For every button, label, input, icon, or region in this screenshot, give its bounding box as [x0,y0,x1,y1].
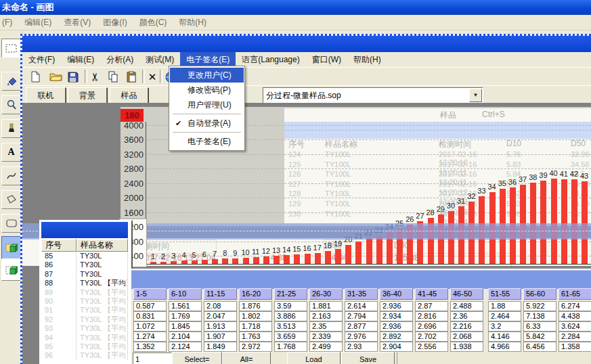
panel-cell[interactable]: 1.938 [450,342,483,352]
delete-button[interactable]: ✕ [145,70,160,84]
panel-cell[interactable]: 6.33 [523,321,556,332]
all-button[interactable]: All= [222,352,271,364]
panel-column-header[interactable]: 41-45 [415,288,448,300]
paint-menu-file[interactable]: (F) [0,18,18,27]
new-doc-button[interactable] [28,70,43,84]
paint-menu-image[interactable]: 图像(I) [97,17,133,28]
panel-cell[interactable]: 3.886 [274,311,307,321]
sample-row[interactable]: 88 TY30L 【平均】 [41,279,128,288]
panel-cell[interactable]: 2.904 [380,342,413,352]
panel-cell[interactable]: 1.802 [239,311,272,321]
sample-button[interactable]: 样品 [110,87,148,104]
panel-cell[interactable]: 2.124 [169,342,202,352]
app-menu-edit[interactable]: 编辑(E) [61,52,100,68]
paste-button[interactable] [124,70,139,84]
panel-cell[interactable]: 2.976 [345,332,378,342]
app-menu-help[interactable]: 帮助(H) [347,52,387,68]
panel-cell[interactable]: 1.913 [204,321,237,332]
fill-tool-button[interactable] [1,72,21,91]
sample-col-name[interactable]: 样品名称 [76,239,128,252]
panel-cell[interactable]: 1.881 [309,301,343,311]
cut-button[interactable]: ✂ [88,70,102,85]
panel-cell[interactable]: 5.922 [523,301,556,311]
paint-menu-help[interactable]: 帮助(H) [173,17,213,28]
panel-cell[interactable]: 4.438 [559,311,591,321]
panel-cell[interactable]: 2.816 [415,311,448,321]
panel-cell[interactable]: 2.794 [345,311,378,321]
panel-cell[interactable]: 3.2 [488,321,521,332]
load-button[interactable]: Load [287,352,341,364]
app-menu-language[interactable]: 语言(Language) [236,52,305,68]
panel-cell[interactable]: 2.488 [450,301,483,311]
panel-column-header[interactable]: 16-20 [239,288,272,300]
curve-tool-button[interactable] [1,166,21,185]
save-button[interactable]: Save [341,352,395,364]
panel-cell[interactable]: 1.769 [169,311,202,321]
panel-cell[interactable]: 1.358 [559,342,591,352]
panel-cell[interactable]: 2.08 [204,301,237,311]
panel-cell[interactable]: 3.659 [274,332,307,342]
panel-cell[interactable]: 1.561 [169,301,202,311]
panel-column-header[interactable]: 36-40 [380,288,413,300]
panel-column-header[interactable]: 46-50 [450,288,483,300]
sop-combobox[interactable]: 分过程-微量样品.sop ▼ [263,87,483,104]
background-button[interactable]: 背景 [68,87,107,104]
transparent-selection-option-button[interactable] [1,259,21,281]
panel-cell[interactable]: 2.877 [345,321,378,332]
panel-cell[interactable]: 6.274 [559,301,591,311]
index-input[interactable] [133,352,172,364]
panel-cell[interactable]: 1.768 [274,342,307,352]
panel-cell[interactable]: 3.513 [274,321,307,332]
panel-cell[interactable]: 2.047 [204,311,237,321]
menu-item-auto-login[interactable]: ✔ 自动登录(A) [170,116,244,131]
panel-cell[interactable]: 7.138 [523,311,556,321]
panel-column-header[interactable]: 61-65 [559,288,591,300]
rect-select-tool-button[interactable] [1,39,21,58]
panel-cell[interactable]: 2.339 [309,332,343,342]
menu-item-change-password[interactable]: 修改密码(P) [170,83,244,97]
panel-cell[interactable]: 1.072 [133,321,167,332]
brush-tool-button[interactable] [1,119,21,138]
panel-cell[interactable]: 1.718 [239,321,272,332]
panel-cell[interactable]: 2.36 [450,311,483,321]
panel-cell[interactable]: 2.936 [380,321,413,332]
sample-row[interactable]: 86 TY30L [41,260,128,269]
panel-cell[interactable]: 1.845 [169,321,202,332]
panel-cell[interactable]: 1.907 [204,332,237,342]
panel-column-header[interactable]: 31-35 [345,288,378,300]
paint-titlebar[interactable]: 未命名 - 画图 [0,0,591,15]
panel-cell[interactable]: 1.876 [239,301,272,311]
panel-cell[interactable]: 3.59 [274,301,307,311]
panel-cell[interactable]: 4.146 [488,332,521,342]
panel-cell[interactable]: 2.499 [309,342,343,352]
panel-cell[interactable]: 1.352 [133,342,167,352]
online-button[interactable]: 联机 [26,87,66,104]
panel-cell[interactable]: 2.163 [309,311,343,321]
panel-cell[interactable]: 2.614 [345,301,378,311]
panel-cell[interactable]: 6.456 [523,342,556,352]
select-button[interactable]: Select= [172,352,222,364]
panel-cell[interactable]: 1.849 [204,342,237,352]
open-button[interactable] [48,70,63,84]
panel-cell[interactable]: 2.972 [239,342,272,352]
panel-cell[interactable]: 2.93 [345,342,378,352]
menu-item-esignature[interactable]: 电子签名(E) [170,134,244,149]
panel-cell[interactable]: 4.966 [488,342,521,352]
panel-cell[interactable]: 1.274 [133,332,167,342]
app-menu-window[interactable]: 窗口(W) [306,52,347,68]
opaque-selection-option-button[interactable] [1,236,21,259]
panel-column-header[interactable]: 26-30 [309,288,343,300]
copy-button[interactable] [106,70,121,84]
panel-column-header[interactable]: 6-10 [169,288,202,300]
save-button[interactable] [66,70,81,84]
sample-row[interactable]: 85 TY30L [41,252,128,260]
paint-menu-view[interactable]: 查看(V) [58,17,97,28]
panel-cell[interactable]: 2.284 [559,332,591,342]
panel-cell[interactable]: 0.587 [133,301,167,311]
app-menu-analysis[interactable]: 分析(A) [100,52,139,68]
rounded-rect-tool-button[interactable] [1,214,21,233]
panel-cell[interactable]: 2.464 [488,311,521,321]
panel-cell[interactable]: 2.556 [415,342,448,352]
panel-cell[interactable]: 2.068 [450,332,483,342]
panel-cell[interactable]: 2.35 [309,321,343,332]
